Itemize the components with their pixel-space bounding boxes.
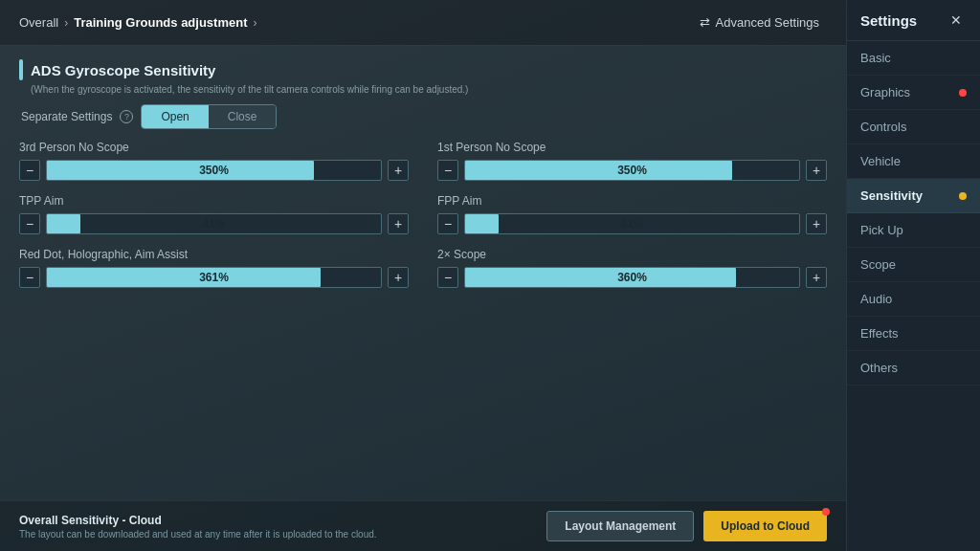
slider-item: 2× Scope − 360% + bbox=[437, 248, 827, 288]
sidebar-item-vehicle[interactable]: Vehicle bbox=[847, 144, 980, 179]
breadcrumb-arrow: › bbox=[253, 16, 256, 30]
slider-value: 361% bbox=[51, 271, 377, 284]
breadcrumb-overall[interactable]: Overall bbox=[19, 15, 58, 30]
sliders-grid: 3rd Person No Scope − 350% + 1st Person … bbox=[19, 141, 827, 288]
slider-decrease-button[interactable]: − bbox=[437, 160, 458, 181]
slider-track[interactable]: 41% bbox=[46, 213, 382, 234]
slider-row: − 41% + bbox=[437, 213, 827, 234]
slider-decrease-button[interactable]: − bbox=[437, 213, 458, 234]
toggle-group: Open Close bbox=[141, 104, 277, 129]
slider-increase-button[interactable]: + bbox=[388, 160, 409, 181]
upload-to-cloud-button[interactable]: Upload to Cloud bbox=[703, 511, 827, 541]
slider-row: − 350% + bbox=[19, 160, 409, 181]
slider-track[interactable]: 360% bbox=[464, 267, 800, 288]
slider-label: 1st Person No Scope bbox=[437, 141, 827, 154]
bottom-info: Overall Sensitivity - Cloud The layout c… bbox=[19, 514, 377, 540]
sidebar-item-label: Vehicle bbox=[860, 154, 901, 168]
top-nav: Overall › Training Grounds adjustment › … bbox=[0, 0, 846, 46]
sidebar-item-scope[interactable]: Scope bbox=[847, 248, 980, 282]
slider-track[interactable]: 41% bbox=[464, 213, 800, 234]
section-description: (When the gyroscope is activated, the se… bbox=[31, 84, 827, 95]
slider-row: − 41% + bbox=[19, 213, 409, 234]
breadcrumb-training[interactable]: Training Grounds adjustment bbox=[74, 15, 247, 30]
sidebar-item-label: Others bbox=[860, 361, 898, 375]
close-settings-button[interactable]: ✕ bbox=[946, 10, 967, 31]
slider-row: − 350% + bbox=[437, 160, 827, 181]
sidebar-item-label: Controls bbox=[860, 120, 906, 134]
slider-item: Red Dot, Holographic, Aim Assist − 361% … bbox=[19, 248, 409, 288]
slider-item: 3rd Person No Scope − 350% + bbox=[19, 141, 409, 181]
slider-item: TPP Aim − 41% + bbox=[19, 194, 409, 234]
sidebar-item-graphics[interactable]: Graphics bbox=[847, 76, 980, 110]
slider-value: 360% bbox=[469, 271, 795, 284]
sidebar-item-effects[interactable]: Effects bbox=[847, 317, 980, 351]
slider-increase-button[interactable]: + bbox=[806, 267, 827, 288]
slider-value: 41% bbox=[51, 217, 377, 231]
slider-value: 41% bbox=[469, 217, 795, 231]
upload-notification-dot bbox=[822, 508, 830, 516]
sidebar-item-label: Audio bbox=[860, 292, 892, 306]
upload-label: Upload to Cloud bbox=[721, 519, 810, 533]
sidebar-item-basic[interactable]: Basic bbox=[847, 41, 980, 76]
breadcrumb: Overall › Training Grounds adjustment › bbox=[19, 15, 256, 30]
sidebar-item-pick-up[interactable]: Pick Up bbox=[847, 213, 980, 248]
slider-label: 2× Scope bbox=[437, 248, 827, 261]
notification-dot bbox=[959, 192, 967, 200]
sidebar: Settings ✕ BasicGraphicsControlsVehicleS… bbox=[846, 0, 980, 551]
slider-label: FPP Aim bbox=[437, 194, 827, 208]
sidebar-item-label: Pick Up bbox=[860, 223, 903, 237]
sidebar-item-others[interactable]: Others bbox=[847, 351, 980, 386]
slider-decrease-button[interactable]: − bbox=[437, 267, 458, 288]
advanced-settings-label: Advanced Settings bbox=[716, 15, 819, 30]
slider-decrease-button[interactable]: − bbox=[19, 213, 40, 234]
section-bar-indicator bbox=[19, 59, 23, 80]
sidebar-item-label: Basic bbox=[860, 51, 891, 65]
slider-decrease-button[interactable]: − bbox=[19, 160, 40, 181]
slider-track[interactable]: 350% bbox=[46, 160, 382, 181]
sidebar-item-audio[interactable]: Audio bbox=[847, 282, 980, 317]
bottom-info-desc: The layout can be downloaded and used at… bbox=[19, 529, 377, 540]
slider-value: 350% bbox=[51, 164, 377, 177]
notification-dot bbox=[959, 89, 967, 97]
sidebar-item-label: Sensitivity bbox=[860, 188, 923, 203]
sidebar-item-sensitivity[interactable]: Sensitivity bbox=[847, 179, 980, 213]
toggle-close-button[interactable]: Close bbox=[209, 105, 277, 128]
sidebar-item-label: Graphics bbox=[860, 85, 910, 99]
slider-label: Red Dot, Holographic, Aim Assist bbox=[19, 248, 409, 261]
layout-management-button[interactable]: Layout Management bbox=[546, 511, 694, 541]
slider-row: − 361% + bbox=[19, 267, 409, 288]
slider-increase-button[interactable]: + bbox=[806, 213, 827, 234]
toggle-open-button[interactable]: Open bbox=[142, 105, 208, 128]
content-area: ADS Gyroscope Sensitivity (When the gyro… bbox=[0, 46, 846, 500]
advanced-settings-button[interactable]: ⇄ Advanced Settings bbox=[692, 11, 827, 33]
bottom-info-title: Overall Sensitivity - Cloud bbox=[19, 514, 377, 527]
help-icon[interactable]: ? bbox=[120, 110, 133, 123]
sidebar-title: Settings bbox=[860, 12, 917, 29]
slider-row: − 360% + bbox=[437, 267, 827, 288]
slider-label: TPP Aim bbox=[19, 194, 409, 208]
section-header: ADS Gyroscope Sensitivity bbox=[19, 59, 827, 80]
bottom-buttons: Layout Management Upload to Cloud bbox=[546, 511, 827, 541]
main-area: Overall › Training Grounds adjustment › … bbox=[0, 0, 846, 551]
section-title: ADS Gyroscope Sensitivity bbox=[31, 62, 215, 78]
advanced-settings-icon: ⇄ bbox=[700, 15, 710, 30]
bottom-bar: Overall Sensitivity - Cloud The layout c… bbox=[0, 500, 846, 551]
sidebar-header: Settings ✕ bbox=[847, 0, 980, 41]
slider-label: 3rd Person No Scope bbox=[19, 141, 409, 154]
slider-value: 350% bbox=[469, 164, 795, 177]
slider-decrease-button[interactable]: − bbox=[19, 267, 40, 288]
slider-increase-button[interactable]: + bbox=[388, 213, 409, 234]
separate-settings-row: Separate Settings ? Open Close bbox=[21, 104, 827, 129]
sidebar-item-controls[interactable]: Controls bbox=[847, 110, 980, 144]
sidebar-item-label: Scope bbox=[860, 257, 896, 272]
slider-item: FPP Aim − 41% + bbox=[437, 194, 827, 234]
sidebar-item-label: Effects bbox=[860, 326, 899, 341]
slider-increase-button[interactable]: + bbox=[806, 160, 827, 181]
sidebar-items: BasicGraphicsControlsVehicleSensitivityP… bbox=[847, 41, 980, 386]
slider-increase-button[interactable]: + bbox=[388, 267, 409, 288]
slider-item: 1st Person No Scope − 350% + bbox=[437, 141, 827, 181]
breadcrumb-separator: › bbox=[64, 16, 68, 30]
separate-settings-label: Separate Settings bbox=[21, 110, 112, 123]
slider-track[interactable]: 361% bbox=[46, 267, 382, 288]
slider-track[interactable]: 350% bbox=[464, 160, 800, 181]
